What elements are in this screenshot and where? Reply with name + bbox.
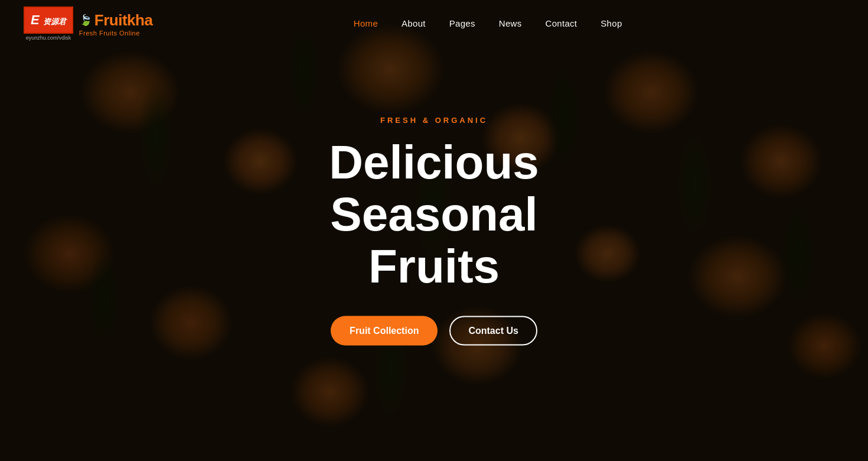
- nav-menu: Home About Pages News Contact Shop: [354, 18, 622, 29]
- nav-link-contact[interactable]: Contact: [546, 18, 577, 28]
- nav-item-contact[interactable]: Contact: [546, 18, 577, 29]
- nav-item-pages[interactable]: Pages: [449, 18, 475, 29]
- nav-item-shop[interactable]: Shop: [601, 18, 622, 29]
- nav-link-about[interactable]: About: [402, 18, 426, 28]
- brand-name: Fruitkha: [94, 11, 153, 30]
- nav-link-news[interactable]: News: [499, 18, 522, 28]
- nav-link-pages[interactable]: Pages: [449, 18, 475, 28]
- logo-text: 🍃 Fruitkha Fresh Fruits Online: [79, 11, 153, 37]
- watermark-badge: E 资源君: [24, 7, 73, 34]
- hero-title-line1: Delicious Seasonal: [329, 136, 539, 241]
- nav-item-news[interactable]: News: [499, 18, 522, 29]
- navbar-actions: [823, 15, 844, 33]
- nav-item-about[interactable]: About: [402, 18, 426, 29]
- fruit-collection-button[interactable]: Fruit Collection: [331, 316, 438, 346]
- nav-item-home[interactable]: Home: [354, 18, 378, 29]
- hero-title: Delicious Seasonal Fruits: [227, 137, 641, 293]
- brand-tagline: Fresh Fruits Online: [79, 30, 153, 37]
- watermark-sub: eyunzhu.com/vdisk: [26, 35, 71, 41]
- hero-buttons: Fruit Collection Contact Us: [227, 316, 641, 346]
- hero-subtitle: FRESH & ORGANIC: [227, 116, 641, 125]
- hero-content: FRESH & ORGANIC Delicious Seasonal Fruit…: [227, 116, 641, 346]
- cart-button[interactable]: [823, 15, 828, 33]
- leaf-icon: 🍃: [79, 14, 92, 27]
- search-button[interactable]: [840, 15, 844, 33]
- navbar: E 资源君 eyunzhu.com/vdisk 🍃 Fruitkha Fresh…: [0, 0, 868, 47]
- nav-link-home[interactable]: Home: [354, 18, 378, 28]
- nav-link-shop[interactable]: Shop: [601, 18, 622, 28]
- hero-title-line2: Fruits: [368, 240, 500, 293]
- logo-link[interactable]: E 资源君 eyunzhu.com/vdisk 🍃 Fruitkha Fresh…: [24, 7, 152, 41]
- contact-us-button[interactable]: Contact Us: [449, 316, 537, 346]
